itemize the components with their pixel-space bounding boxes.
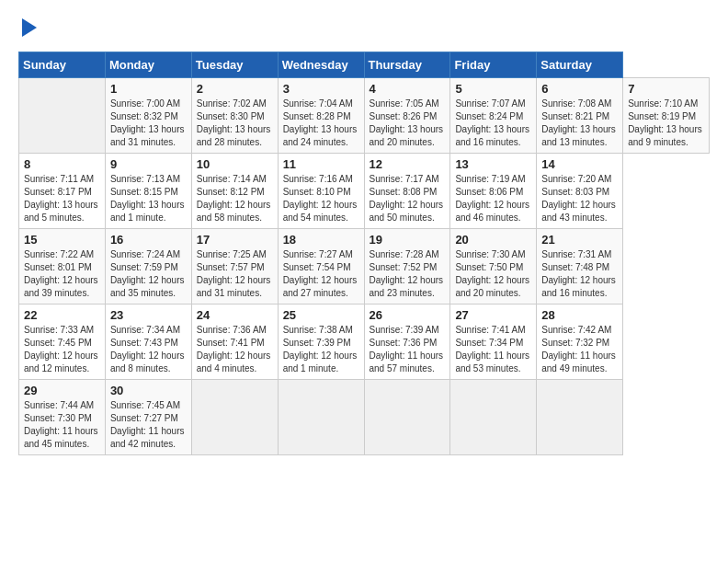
day-number: 11 xyxy=(283,157,359,171)
day-info: Sunrise: 7:25 AMSunset: 7:57 PMDaylight:… xyxy=(197,248,273,300)
day-info: Sunrise: 7:11 AMSunset: 8:17 PMDaylight:… xyxy=(24,173,100,224)
calendar-header-row: SundayMondayTuesdayWednesdayThursdayFrid… xyxy=(19,52,710,78)
day-info: Sunrise: 7:16 AMSunset: 8:10 PMDaylight:… xyxy=(283,173,359,224)
day-info: Sunrise: 7:44 AMSunset: 7:30 PMDaylight:… xyxy=(24,399,100,451)
calendar-cell: 15Sunrise: 7:22 AMSunset: 8:01 PMDayligh… xyxy=(19,229,106,304)
calendar-cell: 6Sunrise: 7:08 AMSunset: 8:21 PMDaylight… xyxy=(537,78,623,154)
calendar-cell: 4Sunrise: 7:05 AMSunset: 8:26 PMDaylight… xyxy=(364,78,450,154)
day-number: 9 xyxy=(110,157,187,171)
calendar-cell: 11Sunrise: 7:16 AMSunset: 8:10 PMDayligh… xyxy=(278,154,364,229)
day-info: Sunrise: 7:28 AMSunset: 7:52 PMDaylight:… xyxy=(370,248,446,300)
calendar-cell: 14Sunrise: 7:20 AMSunset: 8:03 PMDayligh… xyxy=(537,154,623,229)
header-day-thursday: Thursday xyxy=(364,52,450,78)
calendar-cell: 19Sunrise: 7:28 AMSunset: 7:52 PMDayligh… xyxy=(364,229,450,304)
day-number: 10 xyxy=(197,157,273,171)
day-number: 14 xyxy=(541,157,618,171)
calendar-cell xyxy=(191,380,278,455)
calendar-cell: 18Sunrise: 7:27 AMSunset: 7:54 PMDayligh… xyxy=(278,229,364,304)
calendar-cell: 30Sunrise: 7:45 AMSunset: 7:27 PMDayligh… xyxy=(105,380,191,455)
day-number: 28 xyxy=(541,308,618,322)
day-number: 17 xyxy=(197,233,273,247)
day-number: 13 xyxy=(455,157,531,171)
day-number: 19 xyxy=(370,233,446,247)
calendar-cell: 7Sunrise: 7:10 AMSunset: 8:19 PMDaylight… xyxy=(623,78,710,154)
day-info: Sunrise: 7:42 AMSunset: 7:32 PMDaylight:… xyxy=(541,324,618,375)
day-number: 16 xyxy=(110,233,187,247)
calendar-cell: 17Sunrise: 7:25 AMSunset: 7:57 PMDayligh… xyxy=(191,229,278,304)
day-number: 7 xyxy=(628,82,704,96)
day-info: Sunrise: 7:00 AMSunset: 8:32 PMDaylight:… xyxy=(110,98,187,149)
day-info: Sunrise: 7:04 AMSunset: 8:28 PMDaylight:… xyxy=(283,98,359,149)
day-info: Sunrise: 7:27 AMSunset: 7:54 PMDaylight:… xyxy=(283,248,359,300)
calendar-cell xyxy=(450,380,537,455)
day-number: 1 xyxy=(110,82,187,96)
day-info: Sunrise: 7:41 AMSunset: 7:34 PMDaylight:… xyxy=(455,324,531,375)
day-info: Sunrise: 7:02 AMSunset: 8:30 PMDaylight:… xyxy=(197,98,273,149)
calendar-table: SundayMondayTuesdayWednesdayThursdayFrid… xyxy=(18,52,710,455)
day-number: 18 xyxy=(283,233,359,247)
day-info: Sunrise: 7:30 AMSunset: 7:50 PMDaylight:… xyxy=(455,248,531,300)
day-number: 24 xyxy=(197,308,273,322)
day-number: 12 xyxy=(370,157,446,171)
day-info: Sunrise: 7:24 AMSunset: 7:59 PMDaylight:… xyxy=(110,248,187,300)
day-info: Sunrise: 7:39 AMSunset: 7:36 PMDaylight:… xyxy=(370,324,446,375)
day-info: Sunrise: 7:31 AMSunset: 7:48 PMDaylight:… xyxy=(541,248,618,300)
day-number: 4 xyxy=(370,82,446,96)
header-day-tuesday: Tuesday xyxy=(191,52,278,78)
day-info: Sunrise: 7:34 AMSunset: 7:43 PMDaylight:… xyxy=(110,324,187,375)
day-info: Sunrise: 7:07 AMSunset: 8:24 PMDaylight:… xyxy=(455,98,531,149)
logo xyxy=(18,18,37,37)
day-number: 29 xyxy=(24,384,100,397)
day-number: 25 xyxy=(283,308,359,322)
calendar-week-row: 1Sunrise: 7:00 AMSunset: 8:32 PMDaylight… xyxy=(19,78,710,154)
calendar-cell: 16Sunrise: 7:24 AMSunset: 7:59 PMDayligh… xyxy=(105,229,191,304)
day-number: 20 xyxy=(455,233,531,247)
calendar-cell xyxy=(537,380,623,455)
calendar-week-row: 22Sunrise: 7:33 AMSunset: 7:45 PMDayligh… xyxy=(19,304,710,380)
header-day-monday: Monday xyxy=(105,52,191,78)
day-number: 6 xyxy=(541,82,618,96)
calendar-cell: 5Sunrise: 7:07 AMSunset: 8:24 PMDaylight… xyxy=(450,78,537,154)
day-number: 21 xyxy=(541,233,618,247)
calendar-cell xyxy=(364,380,450,455)
day-info: Sunrise: 7:36 AMSunset: 7:41 PMDaylight:… xyxy=(197,324,273,375)
day-info: Sunrise: 7:45 AMSunset: 7:27 PMDaylight:… xyxy=(110,399,187,451)
calendar-cell: 2Sunrise: 7:02 AMSunset: 8:30 PMDaylight… xyxy=(191,78,278,154)
calendar-cell: 26Sunrise: 7:39 AMSunset: 7:36 PMDayligh… xyxy=(364,304,450,380)
day-number: 26 xyxy=(370,308,446,322)
day-number: 23 xyxy=(110,308,187,322)
header-day-friday: Friday xyxy=(450,52,537,78)
page-header xyxy=(18,18,710,37)
day-number: 8 xyxy=(24,157,100,171)
calendar-week-row: 8Sunrise: 7:11 AMSunset: 8:17 PMDaylight… xyxy=(19,154,710,229)
day-number: 5 xyxy=(455,82,531,96)
day-number: 2 xyxy=(197,82,273,96)
day-info: Sunrise: 7:19 AMSunset: 8:06 PMDaylight:… xyxy=(455,173,531,224)
day-number: 3 xyxy=(283,82,359,96)
header-day-sunday: Sunday xyxy=(19,52,106,78)
day-number: 30 xyxy=(110,384,187,397)
logo-arrow-icon xyxy=(22,18,37,37)
day-info: Sunrise: 7:14 AMSunset: 8:12 PMDaylight:… xyxy=(197,173,273,224)
calendar-cell: 23Sunrise: 7:34 AMSunset: 7:43 PMDayligh… xyxy=(105,304,191,380)
calendar-cell xyxy=(19,78,106,154)
day-info: Sunrise: 7:33 AMSunset: 7:45 PMDaylight:… xyxy=(24,324,100,375)
calendar-cell: 29Sunrise: 7:44 AMSunset: 7:30 PMDayligh… xyxy=(19,380,106,455)
header-day-wednesday: Wednesday xyxy=(278,52,364,78)
day-info: Sunrise: 7:20 AMSunset: 8:03 PMDaylight:… xyxy=(541,173,618,224)
calendar-cell: 25Sunrise: 7:38 AMSunset: 7:39 PMDayligh… xyxy=(278,304,364,380)
day-info: Sunrise: 7:10 AMSunset: 8:19 PMDaylight:… xyxy=(628,98,704,149)
day-info: Sunrise: 7:38 AMSunset: 7:39 PMDaylight:… xyxy=(283,324,359,375)
day-info: Sunrise: 7:05 AMSunset: 8:26 PMDaylight:… xyxy=(370,98,446,149)
header-day-saturday: Saturday xyxy=(537,52,623,78)
calendar-cell: 3Sunrise: 7:04 AMSunset: 8:28 PMDaylight… xyxy=(278,78,364,154)
calendar-cell xyxy=(278,380,364,455)
calendar-cell: 24Sunrise: 7:36 AMSunset: 7:41 PMDayligh… xyxy=(191,304,278,380)
day-number: 27 xyxy=(455,308,531,322)
day-info: Sunrise: 7:08 AMSunset: 8:21 PMDaylight:… xyxy=(541,98,618,149)
calendar-cell: 9Sunrise: 7:13 AMSunset: 8:15 PMDaylight… xyxy=(105,154,191,229)
calendar-cell: 22Sunrise: 7:33 AMSunset: 7:45 PMDayligh… xyxy=(19,304,106,380)
day-info: Sunrise: 7:13 AMSunset: 8:15 PMDaylight:… xyxy=(110,173,187,224)
calendar-cell: 28Sunrise: 7:42 AMSunset: 7:32 PMDayligh… xyxy=(537,304,623,380)
day-number: 22 xyxy=(24,308,100,322)
